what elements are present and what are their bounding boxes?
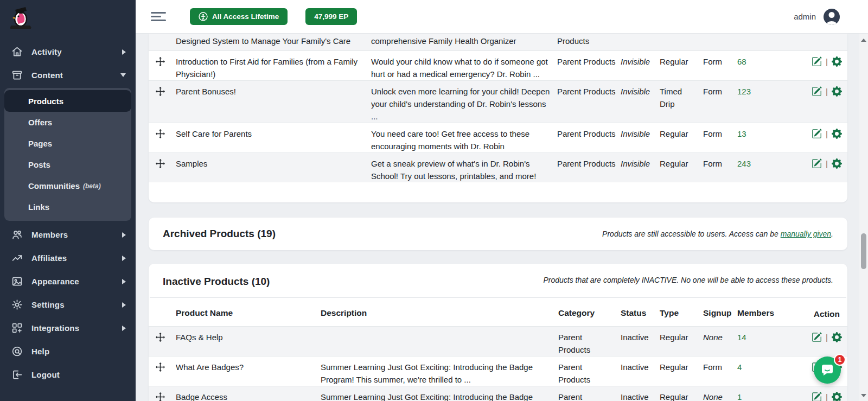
sidebar-item-settings[interactable]: Settings xyxy=(0,293,136,316)
cell-status: Inactive xyxy=(616,331,655,356)
sidebar-item-integrations[interactable]: Integrations xyxy=(0,316,136,340)
edit-icon[interactable] xyxy=(812,56,822,67)
sidebar-item-activity[interactable]: Activity xyxy=(0,40,136,63)
cell-status: Invisible xyxy=(616,128,655,152)
manually-given-link[interactable]: manually given xyxy=(781,230,831,238)
archived-products-note: Products are still accessible to users. … xyxy=(602,230,833,238)
settings-gear-icon[interactable] xyxy=(832,332,842,342)
help-icon xyxy=(11,346,23,358)
sidebar-item-label: Posts xyxy=(28,160,50,169)
members-count-link[interactable]: 14 xyxy=(737,333,746,342)
edit-icon[interactable] xyxy=(812,129,822,139)
drag-move-icon[interactable] xyxy=(156,87,165,96)
sidebar-item-help[interactable]: Help xyxy=(0,340,136,363)
topbar: All Access Lifetime 47,999 EP admin xyxy=(136,0,868,34)
members-count-link[interactable]: 1 xyxy=(737,392,742,401)
settings-gear-icon[interactable] xyxy=(832,392,842,401)
settings-gear-icon[interactable] xyxy=(832,158,842,169)
members-count-link[interactable]: 13 xyxy=(737,129,746,138)
scroll-up-icon xyxy=(861,39,866,42)
cell-description: Summer Learning Just Got Exciting: Intro… xyxy=(321,391,554,401)
cell-status: Inactive xyxy=(616,361,655,386)
beta-tag: (beta) xyxy=(83,182,101,190)
edit-icon[interactable] xyxy=(812,86,822,97)
members-count-link[interactable]: 68 xyxy=(737,57,746,66)
chat-launcher-button[interactable]: 1 xyxy=(814,357,841,384)
main-content: Designed System to Manage Your Family's … xyxy=(136,34,859,401)
sidebar-toggle-button[interactable] xyxy=(151,10,166,24)
drag-move-icon[interactable] xyxy=(156,129,165,138)
cell-type: Timed Drip xyxy=(655,85,699,123)
cell-status: Inactive xyxy=(616,391,655,401)
cell-signup: Form xyxy=(699,128,733,152)
sidebar-item-label: Settings xyxy=(31,300,65,309)
avatar[interactable] xyxy=(824,9,840,25)
inactive-products-note: Products that are completely INACTIVE. N… xyxy=(543,276,833,284)
username-label: admin xyxy=(794,12,816,21)
action-separator: | xyxy=(826,86,828,97)
all-access-badge[interactable]: All Access Lifetime xyxy=(190,8,288,25)
members-count-link[interactable]: 243 xyxy=(737,159,751,168)
cell-signup: Form xyxy=(699,157,733,182)
gear-icon xyxy=(11,299,23,311)
visible-products-card: Designed System to Manage Your Family's … xyxy=(149,34,847,202)
edit-icon[interactable] xyxy=(812,158,822,169)
settings-gear-icon[interactable] xyxy=(832,86,842,97)
cell-signup: Form xyxy=(699,55,733,80)
drag-move-icon[interactable] xyxy=(156,392,165,401)
edit-icon[interactable] xyxy=(812,392,822,401)
action-separator: | xyxy=(826,392,828,401)
sidebar-item-offers[interactable]: Offers xyxy=(4,112,131,133)
table-row: Parent Bonuses! Unlock even more learnin… xyxy=(149,80,847,123)
cell-category: Parent Products xyxy=(553,85,616,123)
column-header-description: Description xyxy=(321,308,554,320)
sidebar-item-communities[interactable]: Communities(beta) xyxy=(4,175,131,196)
sidebar-item-label: Content xyxy=(31,71,63,80)
action-separator: | xyxy=(826,129,828,139)
cell-signup: Form xyxy=(699,361,733,386)
chevron-right-icon xyxy=(122,256,126,261)
inactive-products-card: Inactive Products (10) Products that are… xyxy=(149,264,847,401)
cell-product-name: Parent Bonuses! xyxy=(171,85,367,123)
sidebar-item-products[interactable]: Products xyxy=(4,90,131,112)
cell-category: Parent Products xyxy=(554,391,616,401)
ep-badge[interactable]: 47,999 EP xyxy=(305,8,357,25)
logout-icon xyxy=(11,369,23,381)
members-count-link[interactable]: 4 xyxy=(737,362,742,372)
sidebar-item-links[interactable]: Links xyxy=(4,196,131,218)
robin-logo-icon xyxy=(9,5,33,31)
members-count-link[interactable]: 123 xyxy=(737,87,751,96)
cell-product-name: Badge Access xyxy=(171,391,321,401)
sidebar-item-content[interactable]: Content xyxy=(0,63,136,87)
settings-gear-icon[interactable] xyxy=(832,56,842,67)
drag-move-icon[interactable] xyxy=(156,333,165,342)
settings-gear-icon[interactable] xyxy=(832,129,842,139)
sidebar-item-members[interactable]: Members xyxy=(0,223,136,246)
box-icon xyxy=(11,69,23,81)
home-icon xyxy=(11,46,23,58)
table-row: Introduction to First Aid for Families (… xyxy=(149,50,847,80)
sidebar-item-affiliates[interactable]: Affiliates xyxy=(0,246,136,270)
sidebar-item-label: Help xyxy=(31,347,49,356)
cell-signup: Form xyxy=(699,85,733,123)
cell-description: You need care too! Get free access to th… xyxy=(367,128,553,152)
sidebar-item-logout[interactable]: Logout xyxy=(0,363,136,386)
sidebar-item-pages[interactable]: Pages xyxy=(4,133,131,154)
cell-signup: None xyxy=(699,391,733,401)
scroll-up-button[interactable] xyxy=(859,36,868,44)
drag-move-icon[interactable] xyxy=(156,159,165,168)
edit-icon[interactable] xyxy=(812,332,822,342)
scrollbar-thumb[interactable] xyxy=(861,233,866,269)
cell-status: Invisible xyxy=(616,55,655,80)
drag-move-icon[interactable] xyxy=(156,57,165,66)
cell-product-name: Introduction to First Aid for Families (… xyxy=(171,55,367,80)
drag-move-icon[interactable] xyxy=(156,362,165,372)
table-row-partial: Designed System to Manage Your Family's … xyxy=(149,34,847,50)
scroll-down-button[interactable] xyxy=(859,391,868,400)
column-header-action: Action xyxy=(779,308,847,320)
sidebar-item-appearance[interactable]: Appearance xyxy=(0,270,136,293)
people-icon xyxy=(11,229,23,241)
ep-badge-label: 47,999 EP xyxy=(314,12,348,21)
sidebar-item-posts[interactable]: Posts xyxy=(4,154,131,175)
brand-logo[interactable] xyxy=(0,0,136,34)
